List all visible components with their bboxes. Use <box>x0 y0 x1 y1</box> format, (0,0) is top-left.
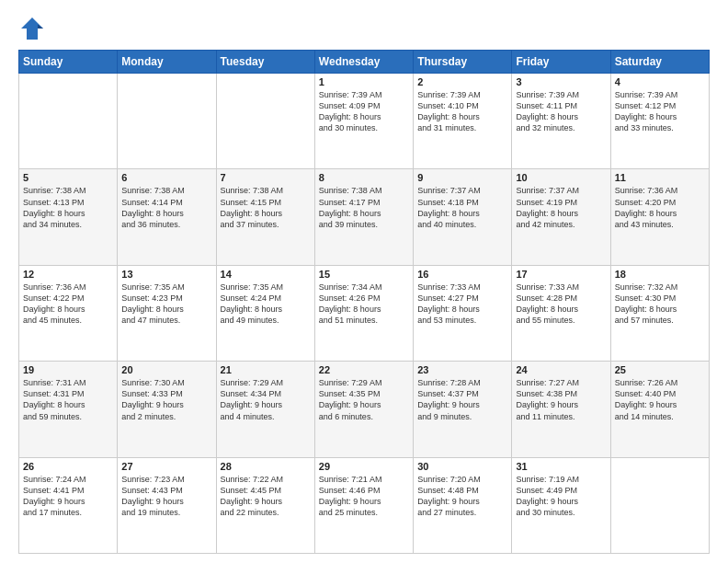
day-info: Sunrise: 7:21 AM Sunset: 4:46 PM Dayligh… <box>319 474 409 519</box>
calendar-cell: 24Sunrise: 7:27 AM Sunset: 4:38 PM Dayli… <box>512 362 610 457</box>
day-info: Sunrise: 7:34 AM Sunset: 4:26 PM Dayligh… <box>319 282 409 327</box>
calendar-cell: 31Sunrise: 7:19 AM Sunset: 4:49 PM Dayli… <box>512 457 610 553</box>
calendar-cell: 1Sunrise: 7:39 AM Sunset: 4:09 PM Daylig… <box>314 74 413 169</box>
calendar-cell: 27Sunrise: 7:23 AM Sunset: 4:43 PM Dayli… <box>118 457 216 553</box>
calendar-table: SundayMondayTuesdayWednesdayThursdayFrid… <box>18 50 710 554</box>
calendar-week-row: 1Sunrise: 7:39 AM Sunset: 4:09 PM Daylig… <box>19 74 710 169</box>
day-info: Sunrise: 7:38 AM Sunset: 4:14 PM Dayligh… <box>121 185 211 230</box>
calendar-cell: 4Sunrise: 7:39 AM Sunset: 4:12 PM Daylig… <box>610 74 709 169</box>
day-number: 9 <box>417 172 507 183</box>
calendar-cell: 6Sunrise: 7:38 AM Sunset: 4:14 PM Daylig… <box>118 169 216 265</box>
day-number: 25 <box>615 364 705 375</box>
day-info: Sunrise: 7:23 AM Sunset: 4:43 PM Dayligh… <box>121 474 211 519</box>
day-number: 31 <box>516 461 606 472</box>
day-info: Sunrise: 7:35 AM Sunset: 4:23 PM Dayligh… <box>121 282 211 327</box>
day-number: 5 <box>23 172 113 183</box>
day-number: 11 <box>615 172 705 183</box>
calendar-cell: 5Sunrise: 7:38 AM Sunset: 4:13 PM Daylig… <box>19 169 118 265</box>
calendar-cell: 7Sunrise: 7:38 AM Sunset: 4:15 PM Daylig… <box>216 169 314 265</box>
calendar-cell: 14Sunrise: 7:35 AM Sunset: 4:24 PM Dayli… <box>216 265 314 361</box>
weekday-header-friday: Friday <box>512 51 610 74</box>
day-info: Sunrise: 7:22 AM Sunset: 4:45 PM Dayligh… <box>221 474 311 519</box>
calendar-cell: 28Sunrise: 7:22 AM Sunset: 4:45 PM Dayli… <box>216 457 314 553</box>
day-number: 21 <box>221 364 311 375</box>
calendar-cell: 8Sunrise: 7:38 AM Sunset: 4:17 PM Daylig… <box>314 169 413 265</box>
page: SundayMondayTuesdayWednesdayThursdayFrid… <box>0 0 728 563</box>
day-number: 17 <box>516 269 606 280</box>
day-info: Sunrise: 7:36 AM Sunset: 4:20 PM Dayligh… <box>615 185 705 230</box>
weekday-header-tuesday: Tuesday <box>216 51 314 74</box>
day-number: 10 <box>516 172 606 183</box>
day-info: Sunrise: 7:20 AM Sunset: 4:48 PM Dayligh… <box>417 474 507 519</box>
day-number: 3 <box>516 76 606 87</box>
day-info: Sunrise: 7:38 AM Sunset: 4:15 PM Dayligh… <box>221 185 311 230</box>
logo <box>18 15 50 42</box>
day-info: Sunrise: 7:29 AM Sunset: 4:34 PM Dayligh… <box>221 377 311 422</box>
day-number: 4 <box>615 76 705 87</box>
day-number: 13 <box>121 269 211 280</box>
day-info: Sunrise: 7:27 AM Sunset: 4:38 PM Dayligh… <box>516 377 606 422</box>
day-info: Sunrise: 7:19 AM Sunset: 4:49 PM Dayligh… <box>516 474 606 519</box>
header <box>18 15 710 42</box>
day-number: 26 <box>23 461 113 472</box>
weekday-header-monday: Monday <box>118 51 216 74</box>
logo-icon <box>18 15 46 42</box>
day-info: Sunrise: 7:33 AM Sunset: 4:27 PM Dayligh… <box>417 282 507 327</box>
calendar-cell: 9Sunrise: 7:37 AM Sunset: 4:18 PM Daylig… <box>414 169 512 265</box>
day-info: Sunrise: 7:38 AM Sunset: 4:13 PM Dayligh… <box>23 185 113 230</box>
calendar-cell: 22Sunrise: 7:29 AM Sunset: 4:35 PM Dayli… <box>314 362 413 457</box>
day-number: 1 <box>319 76 409 87</box>
calendar-cell: 20Sunrise: 7:30 AM Sunset: 4:33 PM Dayli… <box>118 362 216 457</box>
day-number: 2 <box>417 76 507 87</box>
calendar-cell: 11Sunrise: 7:36 AM Sunset: 4:20 PM Dayli… <box>610 169 709 265</box>
day-number: 29 <box>319 461 409 472</box>
day-info: Sunrise: 7:37 AM Sunset: 4:19 PM Dayligh… <box>516 185 606 230</box>
day-info: Sunrise: 7:32 AM Sunset: 4:30 PM Dayligh… <box>615 282 705 327</box>
calendar-cell: 17Sunrise: 7:33 AM Sunset: 4:28 PM Dayli… <box>512 265 610 361</box>
day-number: 23 <box>417 364 507 375</box>
weekday-header-saturday: Saturday <box>610 51 709 74</box>
day-number: 30 <box>417 461 507 472</box>
weekday-header-thursday: Thursday <box>414 51 512 74</box>
day-info: Sunrise: 7:36 AM Sunset: 4:22 PM Dayligh… <box>23 282 113 327</box>
calendar-week-row: 26Sunrise: 7:24 AM Sunset: 4:41 PM Dayli… <box>19 457 710 553</box>
day-info: Sunrise: 7:37 AM Sunset: 4:18 PM Dayligh… <box>417 185 507 230</box>
calendar-cell: 10Sunrise: 7:37 AM Sunset: 4:19 PM Dayli… <box>512 169 610 265</box>
calendar-cell: 25Sunrise: 7:26 AM Sunset: 4:40 PM Dayli… <box>610 362 709 457</box>
day-info: Sunrise: 7:39 AM Sunset: 4:10 PM Dayligh… <box>417 89 507 134</box>
calendar-cell: 21Sunrise: 7:29 AM Sunset: 4:34 PM Dayli… <box>216 362 314 457</box>
day-number: 18 <box>615 269 705 280</box>
day-info: Sunrise: 7:31 AM Sunset: 4:31 PM Dayligh… <box>23 377 113 422</box>
calendar-cell: 13Sunrise: 7:35 AM Sunset: 4:23 PM Dayli… <box>118 265 216 361</box>
day-info: Sunrise: 7:33 AM Sunset: 4:28 PM Dayligh… <box>516 282 606 327</box>
day-number: 7 <box>221 172 311 183</box>
day-number: 14 <box>221 269 311 280</box>
calendar-cell: 16Sunrise: 7:33 AM Sunset: 4:27 PM Dayli… <box>414 265 512 361</box>
calendar-cell: 12Sunrise: 7:36 AM Sunset: 4:22 PM Dayli… <box>19 265 118 361</box>
calendar-cell: 26Sunrise: 7:24 AM Sunset: 4:41 PM Dayli… <box>19 457 118 553</box>
day-info: Sunrise: 7:39 AM Sunset: 4:12 PM Dayligh… <box>615 89 705 134</box>
day-info: Sunrise: 7:30 AM Sunset: 4:33 PM Dayligh… <box>121 377 211 422</box>
day-number: 12 <box>23 269 113 280</box>
day-info: Sunrise: 7:39 AM Sunset: 4:09 PM Dayligh… <box>319 89 409 134</box>
day-number: 15 <box>319 269 409 280</box>
day-number: 19 <box>23 364 113 375</box>
day-number: 27 <box>121 461 211 472</box>
calendar-cell: 29Sunrise: 7:21 AM Sunset: 4:46 PM Dayli… <box>314 457 413 553</box>
calendar-cell: 2Sunrise: 7:39 AM Sunset: 4:10 PM Daylig… <box>414 74 512 169</box>
day-number: 28 <box>221 461 311 472</box>
day-info: Sunrise: 7:39 AM Sunset: 4:11 PM Dayligh… <box>516 89 606 134</box>
calendar-cell: 15Sunrise: 7:34 AM Sunset: 4:26 PM Dayli… <box>314 265 413 361</box>
calendar-cell: 30Sunrise: 7:20 AM Sunset: 4:48 PM Dayli… <box>414 457 512 553</box>
day-number: 16 <box>417 269 507 280</box>
weekday-header-sunday: Sunday <box>19 51 118 74</box>
day-number: 8 <box>319 172 409 183</box>
day-number: 20 <box>121 364 211 375</box>
day-info: Sunrise: 7:29 AM Sunset: 4:35 PM Dayligh… <box>319 377 409 422</box>
weekday-header-wednesday: Wednesday <box>314 51 413 74</box>
day-info: Sunrise: 7:35 AM Sunset: 4:24 PM Dayligh… <box>221 282 311 327</box>
day-number: 6 <box>121 172 211 183</box>
calendar-cell <box>118 74 216 169</box>
calendar-cell: 18Sunrise: 7:32 AM Sunset: 4:30 PM Dayli… <box>610 265 709 361</box>
calendar-cell <box>216 74 314 169</box>
